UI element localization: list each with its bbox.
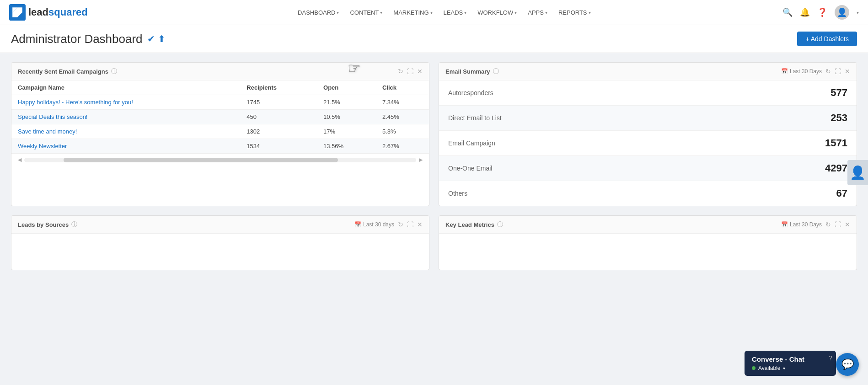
main-content: Recently Sent Email Campaigns ⓘ ↻ ⛶ ✕ Ca… — [0, 53, 868, 215]
calendar-icon: 📅 — [354, 221, 361, 228]
email-summary-close-button[interactable]: ✕ — [845, 68, 850, 75]
campaign-click-cell: 2.45% — [376, 110, 429, 124]
nav-label-workflow: WORKFLOW — [477, 9, 513, 16]
calendar-icon: 📅 — [781, 68, 788, 75]
leads-refresh-button[interactable]: ↻ — [398, 221, 403, 228]
email-summary-info-icon[interactable]: ⓘ — [493, 67, 499, 75]
campaign-recipients-cell: 1745 — [240, 95, 317, 110]
email-summary-title-area: Email Summary ⓘ — [445, 67, 499, 75]
email-summary-refresh-button[interactable]: ↻ — [825, 68, 831, 75]
leads-date-range[interactable]: 📅 Last 30 days — [354, 221, 394, 228]
logo-text: leadsquared — [28, 6, 88, 18]
leads-title-area: Leads by Sources ⓘ — [18, 220, 77, 229]
leads-by-sources-controls: 📅 Last 30 days ↻ ⛶ ✕ — [354, 221, 423, 228]
campaign-name-cell: Weekly Newsletter — [11, 139, 240, 154]
campaign-recipients-cell: 1302 — [240, 124, 317, 139]
campaign-name-cell: Special Deals this season! — [11, 110, 240, 124]
key-metrics-expand-button[interactable]: ⛶ — [835, 221, 841, 228]
scroll-left-arrow[interactable]: ◀ — [18, 157, 21, 163]
campaign-open-cell: 21.5% — [317, 95, 376, 110]
nav-item-content[interactable]: CONTENT ▾ — [345, 6, 387, 19]
right-sidebar-avatar[interactable]: 👤 — [847, 160, 868, 185]
chevron-down-icon: ▾ — [380, 10, 382, 15]
nav-item-workflow[interactable]: WORKFLOW ▾ — [473, 6, 521, 19]
summary-row: Direct Email to List 253 — [439, 106, 857, 131]
summary-label: Email Campaign — [448, 139, 495, 147]
campaigns-close-button[interactable]: ✕ — [417, 68, 423, 75]
top-navigation: leadsquared DASHBOARD ▾ CONTENT ▾ MARKET… — [0, 0, 868, 25]
campaign-open-cell: 13.56% — [317, 139, 376, 154]
key-metrics-date-range[interactable]: 📅 Last 30 Days — [781, 221, 822, 228]
summary-value: 577 — [830, 87, 847, 99]
nav-item-apps[interactable]: APPS ▾ — [523, 6, 552, 19]
key-metrics-info-icon[interactable]: ⓘ — [497, 220, 503, 229]
campaigns-expand-button[interactable]: ⛶ — [407, 68, 413, 75]
help-button[interactable]: ❓ — [817, 7, 827, 17]
chevron-down-icon: ▾ — [545, 10, 547, 15]
campaigns-table: Campaign Name Recipients Open Click Happ… — [11, 80, 429, 154]
table-row: Special Deals this season! 450 10.5% 2.4… — [11, 110, 429, 124]
campaigns-refresh-button[interactable]: ↻ — [398, 68, 403, 75]
campaign-click-cell: 5.3% — [376, 124, 429, 139]
key-metrics-controls: 📅 Last 30 Days ↻ ⛶ ✕ — [781, 221, 850, 228]
leads-by-sources-title: Leads by Sources — [18, 221, 69, 228]
chevron-down-icon: ▾ — [464, 10, 466, 15]
campaign-link[interactable]: Weekly Newsletter — [18, 143, 67, 150]
campaign-link[interactable]: Happy holidays! - Here's something for y… — [18, 99, 133, 106]
scroll-right-arrow[interactable]: ▶ — [419, 157, 423, 163]
nav-label-marketing: MARKETING — [393, 9, 429, 16]
summary-value: 1571 — [825, 137, 847, 149]
upload-icon[interactable]: ⬆ — [158, 33, 166, 44]
summary-row: Others 67 — [439, 181, 857, 206]
nav-item-dashboard[interactable]: DASHBOARD ▾ — [293, 6, 343, 19]
summary-label: Direct Email to List — [448, 114, 502, 122]
key-metrics-date-range-label: Last 30 Days — [790, 221, 822, 228]
email-summary-dashlet: Email Summary ⓘ 📅 Last 30 Days ↻ ⛶ ✕ Aut… — [439, 62, 857, 206]
search-button[interactable]: 🔍 — [782, 7, 793, 17]
user-avatar[interactable]: 👤 — [835, 5, 849, 20]
summary-label: Autoresponders — [448, 89, 493, 96]
key-metrics-refresh-button[interactable]: ↻ — [825, 221, 831, 228]
campaign-link[interactable]: Save time and money! — [18, 128, 77, 135]
scroll-track[interactable] — [24, 158, 416, 162]
sidebar-user-icon: 👤 — [850, 165, 866, 180]
col-recipients: Recipients — [240, 80, 317, 95]
add-dashlets-button[interactable]: + Add Dashlets — [797, 32, 857, 46]
campaign-open-cell: 10.5% — [317, 110, 376, 124]
campaigns-dashlet-header: Recently Sent Email Campaigns ⓘ ↻ ⛶ ✕ — [11, 63, 429, 80]
user-chevron-icon: ▾ — [857, 10, 859, 15]
table-row: Weekly Newsletter 1534 13.56% 2.67% — [11, 139, 429, 154]
nav-links: DASHBOARD ▾ CONTENT ▾ MARKETING ▾ LEADS … — [106, 6, 782, 19]
page-header: Administrator Dashboard ✔ ⬆ + Add Dashle… — [0, 25, 868, 53]
leads-by-sources-info-icon[interactable]: ⓘ — [71, 220, 77, 229]
col-click: Click — [376, 80, 429, 95]
leads-close-button[interactable]: ✕ — [417, 221, 423, 228]
notifications-button[interactable]: 🔔 — [800, 7, 810, 17]
email-summary-expand-button[interactable]: ⛶ — [835, 68, 841, 75]
email-summary-date-range[interactable]: 📅 Last 30 Days — [781, 68, 822, 75]
summary-row: Email Campaign 1571 — [439, 131, 857, 156]
leads-expand-button[interactable]: ⛶ — [407, 221, 413, 228]
campaigns-info-icon[interactable]: ⓘ — [111, 67, 117, 75]
nav-item-marketing[interactable]: MARKETING ▾ — [389, 6, 437, 19]
summary-value: 4297 — [825, 162, 847, 174]
scroll-thumb — [64, 158, 338, 162]
campaign-link[interactable]: Special Deals this season! — [18, 113, 87, 120]
key-metrics-close-button[interactable]: ✕ — [845, 221, 850, 228]
campaign-click-cell: 7.34% — [376, 95, 429, 110]
campaigns-dashlet: Recently Sent Email Campaigns ⓘ ↻ ⛶ ✕ Ca… — [11, 62, 429, 206]
leads-by-sources-dashlet: Leads by Sources ⓘ 📅 Last 30 days ↻ ⛶ ✕ — [11, 215, 429, 270]
logo-icon — [9, 4, 26, 21]
logo[interactable]: leadsquared — [9, 4, 88, 21]
campaigns-dashlet-title: Recently Sent Email Campaigns — [18, 68, 108, 75]
key-lead-metrics-title: Key Lead Metrics — [445, 221, 494, 228]
page-title: Administrator Dashboard — [11, 32, 143, 46]
nav-item-reports[interactable]: REPORTS ▾ — [554, 6, 595, 19]
chevron-down-icon: ▾ — [514, 10, 517, 15]
leads-by-sources-header: Leads by Sources ⓘ 📅 Last 30 days ↻ ⛶ ✕ — [11, 216, 429, 234]
email-summary-body: Autoresponders 577 Direct Email to List … — [439, 80, 857, 206]
nav-item-leads[interactable]: LEADS ▾ — [439, 6, 472, 19]
campaign-recipients-cell: 1534 — [240, 139, 317, 154]
campaigns-controls: ↻ ⛶ ✕ — [398, 68, 423, 75]
key-metrics-title-area: Key Lead Metrics ⓘ — [445, 220, 503, 229]
